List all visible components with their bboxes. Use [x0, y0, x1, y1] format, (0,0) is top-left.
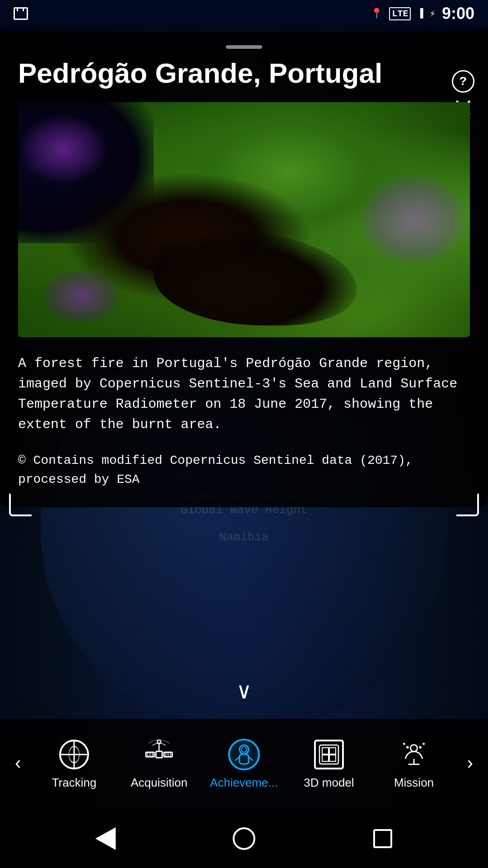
globe-nav-icon	[59, 740, 89, 769]
satellite-image-inner	[18, 102, 470, 337]
location-title: Pedrógão Grande, Portugal	[18, 58, 470, 89]
svg-rect-17	[329, 748, 336, 754]
corner-bracket-br	[456, 494, 479, 516]
system-navigation	[0, 809, 488, 868]
svg-rect-0	[156, 751, 162, 758]
back-icon	[95, 827, 116, 850]
mission-label: Mission	[394, 776, 434, 790]
svg-point-24	[419, 746, 422, 749]
home-button[interactable]	[230, 825, 258, 852]
svg-rect-19	[329, 755, 336, 761]
globe-ellipse	[69, 746, 80, 763]
3d-model-icon-container	[313, 739, 345, 770]
mission-nav-icon	[399, 739, 429, 770]
lte-icon: LTE	[389, 7, 411, 20]
corner-bracket-bl	[9, 494, 32, 516]
purple-layer-1	[18, 114, 108, 184]
sd-card-icon	[14, 7, 28, 20]
svg-point-25	[403, 743, 405, 745]
svg-rect-18	[322, 755, 328, 761]
svg-point-26	[422, 743, 425, 745]
bottom-navigation: ‹ Tracking	[0, 719, 488, 809]
nav-items: Tracking	[32, 739, 456, 790]
svg-rect-16	[322, 748, 328, 754]
nav-prev-button[interactable]: ‹	[5, 750, 32, 778]
acquisition-icon-container	[143, 739, 175, 770]
nav-item-achievement[interactable]: Achieveme...	[208, 739, 280, 790]
satellite-image	[18, 102, 470, 337]
home-icon	[233, 827, 255, 850]
nav-item-mission[interactable]: Mission	[378, 739, 450, 790]
description-text: A forest fire in Portugal's Pedrógão Gra…	[18, 354, 470, 435]
svg-point-20	[410, 745, 417, 751]
purple-layer-2	[357, 173, 470, 267]
status-left	[14, 7, 28, 20]
pull-handle[interactable]	[226, 45, 262, 49]
purple-layer-3	[41, 267, 122, 326]
recent-button[interactable]	[369, 825, 396, 852]
mission-icon-container	[398, 739, 430, 770]
recent-icon	[373, 829, 392, 848]
achievement-label: Achieveme...	[210, 776, 278, 790]
svg-point-23	[406, 746, 409, 749]
3d-model-label: 3D model	[304, 776, 354, 790]
signal-icon: ▐	[417, 8, 423, 19]
battery-icon: ⚡	[430, 8, 436, 20]
location-pin-icon: 📍	[371, 8, 383, 20]
svg-point-12	[241, 747, 247, 752]
status-time: 9:00	[442, 4, 474, 23]
nav-item-tracking[interactable]: Tracking	[38, 739, 110, 790]
chevron-down-icon[interactable]: ∨	[237, 678, 251, 705]
status-right: 📍 LTE ▐ ⚡ 9:00	[371, 4, 474, 23]
acquisition-icon	[143, 739, 175, 770]
achievement-icon-container	[228, 739, 260, 770]
nav-item-acquisition[interactable]: Acquisition	[123, 739, 195, 790]
mission-icon	[399, 740, 429, 769]
back-button[interactable]	[92, 825, 119, 852]
status-bar: 📍 LTE ▐ ⚡ 9:00	[0, 0, 488, 27]
nav-next-button[interactable]: ›	[456, 750, 483, 778]
main-card: ? Pedrógão Grande, Portugal A forest fir…	[0, 32, 488, 507]
tracking-icon	[58, 739, 90, 770]
3d-model-icon	[314, 740, 344, 769]
help-button[interactable]: ?	[452, 70, 474, 93]
nav-item-3d-model[interactable]: 3D model	[293, 739, 365, 790]
3d-model-inner-icon	[319, 744, 339, 765]
chevron-section[interactable]: ∨	[237, 678, 251, 705]
copyright-text: © Contains modified Copernicus Sentinel …	[18, 451, 470, 489]
achievement-icon	[233, 743, 255, 766]
tracking-label: Tracking	[52, 776, 97, 790]
acquisition-label: Acquisition	[131, 776, 188, 790]
